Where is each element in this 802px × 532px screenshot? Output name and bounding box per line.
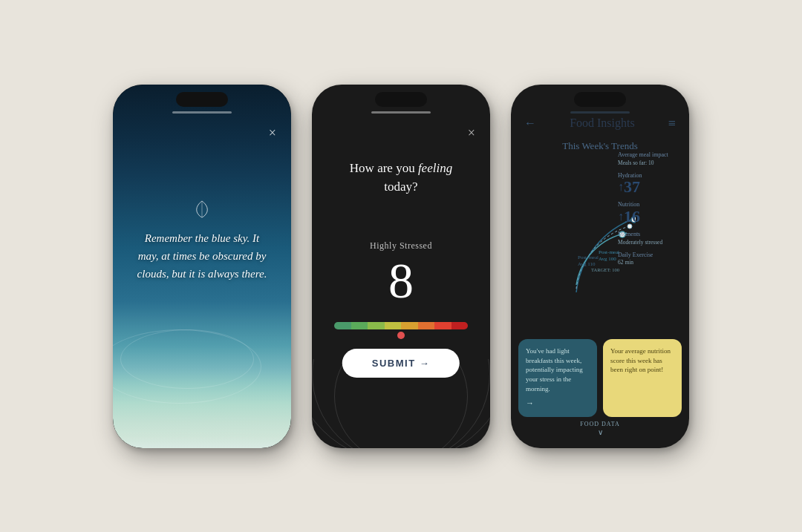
stress-seg-6 bbox=[418, 322, 435, 329]
stress-seg-2 bbox=[351, 322, 368, 329]
status-bar-1 bbox=[172, 111, 232, 114]
stress-seg-1 bbox=[334, 322, 351, 329]
stress-seg-7 bbox=[434, 322, 451, 329]
card-breakfasts[interactable]: You've had light breakfasts this week, p… bbox=[518, 339, 597, 416]
stress-question: How are you feelingtoday? bbox=[312, 159, 490, 197]
svg-text:TARGET: 100: TARGET: 100 bbox=[591, 267, 619, 272]
card-nutrition[interactable]: Your average nutrition score this week h… bbox=[603, 339, 682, 416]
insight-cards: You've had light breakfasts this week, p… bbox=[518, 339, 682, 416]
stress-indicator-dot bbox=[397, 332, 405, 339]
page-title: Food Insights bbox=[536, 116, 668, 130]
screen-1: × Remember the blue sky. It may, at time… bbox=[113, 85, 291, 448]
stats-panel: Average meal impact Meals so far: 10 Hyd… bbox=[618, 151, 683, 272]
avg-meal-label: Average meal impact bbox=[618, 151, 683, 159]
card-1-text: You've had light breakfasts this week, p… bbox=[526, 347, 583, 392]
leaf-icon bbox=[194, 200, 210, 223]
screen-3: ← Food Insights ≡ This Week's Trends bbox=[511, 85, 689, 448]
stress-value: 8 bbox=[312, 252, 490, 310]
svg-text:Post-meal: Post-meal bbox=[599, 249, 619, 255]
quote-text: Remember the blue sky. It may, at times … bbox=[113, 229, 291, 283]
notch-1 bbox=[176, 92, 228, 107]
nutrition-value: ↑16 bbox=[618, 208, 683, 225]
meals-so-far: Meals so far: 10 bbox=[618, 160, 683, 166]
phone-2: × How are you feelingtoday? Highly Stres… bbox=[312, 85, 490, 448]
status-bar-3 bbox=[570, 111, 630, 114]
phone-1: × Remember the blue sky. It may, at time… bbox=[113, 85, 291, 448]
stress-seg-8 bbox=[451, 322, 469, 329]
submit-button[interactable]: SUBMIT → bbox=[342, 349, 460, 378]
avg-meal-stat: Average meal impact Meals so far: 10 bbox=[618, 151, 683, 166]
moments-label: Moments bbox=[618, 231, 683, 238]
card-2-text: Your average nutrition score this week h… bbox=[610, 347, 671, 373]
trends-subtitle: This Week's Trends bbox=[511, 140, 689, 152]
stress-seg-5 bbox=[401, 322, 418, 329]
chevron-down-icon[interactable]: ∨ bbox=[511, 428, 689, 436]
moments-value: Moderately stressed bbox=[618, 239, 683, 246]
status-bar-2 bbox=[371, 111, 431, 114]
hydration-arrow: ↑ bbox=[618, 181, 624, 193]
hydration-stat: Hydration ↑37 bbox=[618, 172, 683, 196]
svg-text:Avg 110: Avg 110 bbox=[578, 261, 596, 267]
exercise-stat: Daily Exercise 62 min bbox=[618, 252, 683, 266]
stress-label: Highly Stressed bbox=[312, 240, 490, 252]
nutrition-stat: Nutrition ↑16 bbox=[618, 201, 683, 225]
back-button[interactable]: ← bbox=[524, 116, 536, 130]
close-button-1[interactable]: × bbox=[269, 125, 276, 141]
food-insights-header: ← Food Insights ≡ bbox=[511, 116, 689, 131]
card-1-arrow: → bbox=[526, 398, 590, 409]
svg-text:Avg 100: Avg 100 bbox=[599, 256, 616, 262]
exercise-label: Daily Exercise bbox=[618, 252, 683, 259]
phone-3: ← Food Insights ≡ This Week's Trends bbox=[511, 85, 689, 448]
notch-3 bbox=[574, 92, 626, 107]
stress-seg-3 bbox=[368, 322, 385, 329]
hydration-value: ↑37 bbox=[618, 179, 683, 195]
stress-bar[interactable] bbox=[334, 322, 468, 329]
food-data-label: FOOD DATA bbox=[511, 421, 689, 427]
notch-2 bbox=[375, 92, 427, 107]
close-button-2[interactable]: × bbox=[468, 125, 475, 141]
nutrition-arrow: ↑ bbox=[618, 211, 624, 223]
moments-stat: Moments Moderately stressed bbox=[618, 231, 683, 246]
menu-icon[interactable]: ≡ bbox=[668, 116, 676, 131]
svg-text:Post-meal: Post-meal bbox=[578, 254, 599, 260]
stress-seg-4 bbox=[385, 322, 402, 329]
exercise-value: 62 min bbox=[618, 259, 683, 266]
screen-2: × How are you feelingtoday? Highly Stres… bbox=[312, 85, 490, 448]
